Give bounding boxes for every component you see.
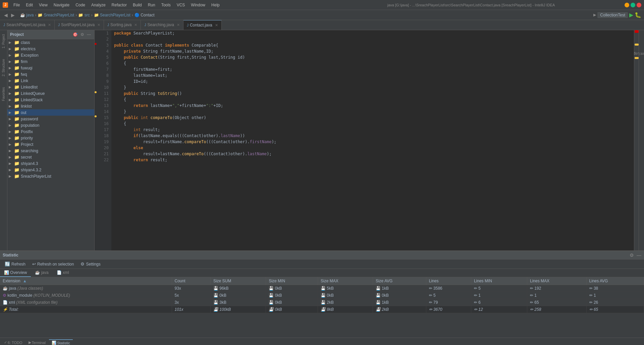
breadcrumb-java[interactable]: ☕ java <box>20 13 34 17</box>
breadcrumb-contact[interactable]: 🔵 Contact <box>135 13 155 17</box>
menu-file[interactable]: File <box>11 2 22 8</box>
col-lines-min[interactable]: Lines MIN <box>471 277 527 285</box>
tree-item-shiyan432[interactable]: ▶📁shiyan4.3.2 <box>7 167 94 173</box>
breadcrumb-searchplayerlist[interactable]: 📁 SearchPlayerList <box>94 13 130 17</box>
code-line-5: public Contact(String first,String last,… <box>111 54 634 60</box>
bottom-tab-overview[interactable]: 📊 Overview <box>0 269 31 277</box>
menu-code[interactable]: Code <box>73 2 88 8</box>
tab-close-sortplayerlist[interactable]: ✕ <box>97 23 100 27</box>
bottom-tab-xml[interactable]: 📄 xml <box>53 269 73 277</box>
tab-close-sorting[interactable]: ✕ <box>134 23 137 27</box>
tool-structure[interactable]: 2: Structure <box>1 58 6 78</box>
tree-item-sreachplayerlist[interactable]: ▶📁SreachPlayerList <box>7 173 94 179</box>
code-line-19: result=firstName.compareTo(((Contact)oth… <box>111 139 634 145</box>
menu-build[interactable]: Build <box>130 2 145 8</box>
tree-item-shiyan43[interactable]: ▶📁shiyan4.3 <box>7 160 94 167</box>
breadcrumb-sreachplayerlist[interactable]: 📁 SreachPlayerList <box>38 13 74 17</box>
run-button[interactable]: ▶ <box>629 12 633 18</box>
tree-item-linkedlist[interactable]: ▶📁Linkedlist <box>7 84 94 90</box>
bottom-settings-btn[interactable]: ⚙ <box>630 252 634 258</box>
tree-item-linkedstack[interactable]: ▶📁LinkedStack <box>7 97 94 103</box>
tree-item-secret[interactable]: ▶📁secret <box>7 154 94 160</box>
tree-item-priority[interactable]: ▶📁priority <box>7 135 94 141</box>
terminal-tab[interactable]: ▶ Terminal <box>26 340 49 345</box>
sidebar-collapse-btn[interactable]: — <box>86 32 92 38</box>
tool-project[interactable]: 1: Project <box>1 33 6 50</box>
menu-tools[interactable]: Tools <box>159 2 173 8</box>
menu-navigate[interactable]: Navigate <box>51 2 72 8</box>
menu-analyze[interactable]: Analyze <box>89 2 108 8</box>
code-line-6: { <box>111 60 634 66</box>
forward-button[interactable]: ▶ <box>10 12 16 18</box>
tree-item-searching[interactable]: ▶📁searching <box>7 148 94 154</box>
cell-total-count: 101x <box>172 306 210 313</box>
menu-help[interactable]: Help <box>209 2 222 8</box>
statistic-tab[interactable]: 📊 Statistic <box>49 339 73 345</box>
col-size-max[interactable]: Size MAX <box>318 277 373 285</box>
event-log-tool[interactable]: Event Log <box>631 51 644 56</box>
tab-close-contact[interactable]: ✕ <box>215 23 218 27</box>
todo-tab[interactable]: ✓ 6: TODO <box>1 340 25 345</box>
sidebar-settings-btn[interactable]: ⚙ <box>80 32 85 38</box>
back-button[interactable]: ◀ <box>3 12 9 18</box>
tool-favorites[interactable]: Favorites <box>1 86 6 102</box>
tree-item-fwq[interactable]: ▶📁fwq <box>7 71 94 77</box>
sidebar-locate-btn[interactable]: 🎯 <box>72 32 78 38</box>
code-area[interactable]: 1 2 3 4 5 6 7 8 9 10 11 <box>95 30 639 250</box>
menu-view[interactable]: View <box>36 2 50 8</box>
tree-item-electrics[interactable]: ▶📁electrics <box>7 46 94 52</box>
tab-contact[interactable]: J Contact.java ✕ <box>183 20 222 30</box>
col-extension[interactable]: Extension ▲ <box>0 277 172 285</box>
col-count[interactable]: Count <box>172 277 210 285</box>
cell-total-label: ⚡ Total: <box>0 306 172 313</box>
col-size-min[interactable]: Size MIN <box>266 277 318 285</box>
tab-sortplayerlist[interactable]: J SortPlayerList.java ✕ <box>55 20 104 30</box>
tree-item-link[interactable]: ▶📁Link <box>7 77 94 84</box>
tab-searchplayerlist[interactable]: J SearchPlayerList.java ✕ <box>0 20 55 30</box>
tree-item-population[interactable]: ▶📁population <box>7 122 94 128</box>
tab-close-searchplayerlist[interactable]: ✕ <box>48 23 51 27</box>
col-size-sum[interactable]: Size SUM <box>210 277 266 285</box>
col-lines-max[interactable]: Lines MAX <box>527 277 587 285</box>
tree-item-fuwuqi[interactable]: ▶📁fuwuqi <box>7 65 94 71</box>
minimize-button[interactable] <box>625 3 629 7</box>
code-text[interactable]: package SearchPlayerList; public class C… <box>111 30 634 250</box>
bottom-tab-xml-label: 📄 xml <box>57 270 69 275</box>
tab-close-searching[interactable]: ✕ <box>177 23 180 27</box>
tree-item-out[interactable]: ▶📁out <box>7 109 94 116</box>
refresh-button[interactable]: 🔄 Refresh <box>3 261 28 267</box>
tree-item-firm[interactable]: ▶📁firm <box>7 58 94 65</box>
tree-item-project[interactable]: ▶📁Project <box>7 141 94 148</box>
menu-window[interactable]: Window <box>188 2 208 8</box>
menu-vcs[interactable]: VCS <box>174 2 188 8</box>
maximize-button[interactable] <box>631 3 635 7</box>
code-line-20: else <box>111 145 634 151</box>
run-config-selector[interactable]: CollectionTest <box>597 12 628 18</box>
menu-refactor[interactable]: Refactor <box>109 2 129 8</box>
settings-button[interactable]: ⚙ Settings <box>78 261 102 267</box>
menu-edit[interactable]: Edit <box>23 2 36 8</box>
tree-item-class[interactable]: ▶📁class <box>7 39 94 46</box>
bottom-tab-java[interactable]: ☕ java <box>31 269 52 277</box>
tree-item-password[interactable]: ▶📁password <box>7 116 94 122</box>
tree-item-exception[interactable]: ▶📁Exception <box>7 52 94 58</box>
debug-button[interactable]: 🐛 <box>635 12 641 18</box>
col-lines[interactable]: Lines <box>426 277 471 285</box>
tree-item-postfix[interactable]: ▶📁Postfix <box>7 128 94 135</box>
tab-sorting[interactable]: J Sorting.java ✕ <box>104 20 141 30</box>
file-icon-xml: 📄 <box>3 300 8 305</box>
tree-item-linkedqueue[interactable]: ▶📁LinkedQueue <box>7 90 94 97</box>
bottom-tab-java-label: ☕ java <box>35 270 48 275</box>
menu-run[interactable]: Run <box>145 2 158 8</box>
tab-searching[interactable]: J Searching.java ✕ <box>141 20 183 30</box>
window-title: java [G:\java] - ...\SreachPlayerList\sr… <box>318 3 625 7</box>
breadcrumb-src[interactable]: 📁 src <box>78 13 90 17</box>
code-line-11: public String toString() <box>111 91 634 97</box>
col-size-avg[interactable]: Size AVG <box>373 277 426 285</box>
col-lines-avg[interactable]: Lines AVG <box>586 277 644 285</box>
refresh-on-selection-button[interactable]: ↩ Refresh on selection <box>30 261 76 267</box>
close-button[interactable] <box>637 3 641 7</box>
bottom-close-btn[interactable]: — <box>637 252 641 258</box>
tree-item-linklist[interactable]: ▶📁linklist <box>7 103 94 109</box>
file-icon-kotlin: ⚙ <box>3 293 6 298</box>
